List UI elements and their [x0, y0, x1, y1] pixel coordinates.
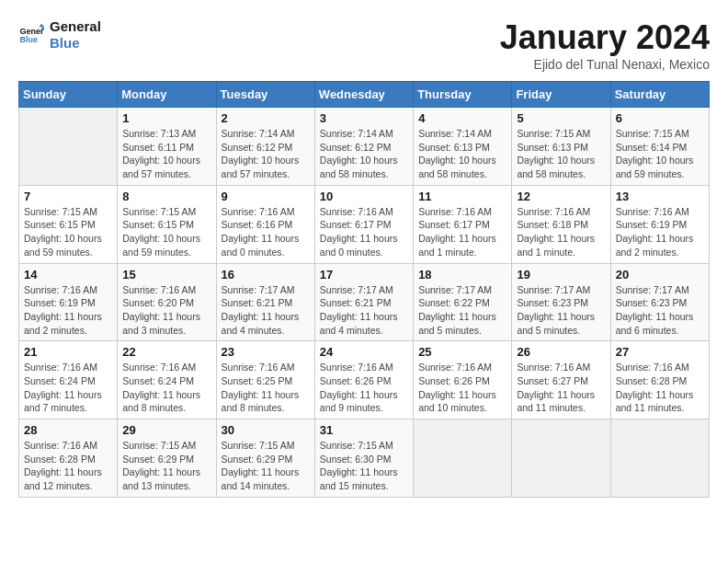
day-info: Sunrise: 7:16 AM Sunset: 6:19 PM Dayligh…	[24, 283, 112, 338]
day-info: Sunrise: 7:17 AM Sunset: 6:23 PM Dayligh…	[517, 283, 605, 338]
logo-general: General	[50, 18, 101, 35]
day-info: Sunrise: 7:14 AM Sunset: 6:13 PM Dayligh…	[418, 127, 506, 181]
day-info: Sunrise: 7:16 AM Sunset: 6:19 PM Dayligh…	[616, 205, 704, 259]
day-info: Sunrise: 7:16 AM Sunset: 6:28 PM Dayligh…	[24, 439, 112, 493]
day-number: 10	[320, 190, 408, 203]
logo: General Blue General Blue	[18, 18, 101, 52]
calendar-cell	[610, 419, 709, 498]
day-number: 26	[517, 345, 605, 359]
day-info: Sunrise: 7:15 AM Sunset: 6:14 PM Dayligh…	[616, 127, 704, 181]
calendar-cell: 13Sunrise: 7:16 AM Sunset: 6:19 PM Dayli…	[610, 185, 709, 263]
calendar-cell: 17Sunrise: 7:17 AM Sunset: 6:21 PM Dayli…	[314, 263, 413, 341]
day-info: Sunrise: 7:14 AM Sunset: 6:12 PM Dayligh…	[320, 127, 408, 181]
day-number: 18	[418, 268, 506, 282]
svg-text:General: General	[19, 27, 44, 36]
day-number: 16	[222, 268, 310, 282]
day-number: 25	[418, 345, 506, 359]
day-number: 9	[222, 190, 310, 203]
day-info: Sunrise: 7:16 AM Sunset: 6:18 PM Dayligh…	[517, 205, 605, 259]
calendar-cell: 9Sunrise: 7:16 AM Sunset: 6:16 PM Daylig…	[216, 185, 314, 263]
calendar-cell: 7Sunrise: 7:15 AM Sunset: 6:15 PM Daylig…	[19, 185, 118, 263]
day-info: Sunrise: 7:15 AM Sunset: 6:29 PM Dayligh…	[122, 439, 210, 493]
day-number: 30	[222, 423, 310, 437]
day-number: 29	[122, 423, 210, 437]
calendar-cell: 31Sunrise: 7:15 AM Sunset: 6:30 PM Dayli…	[314, 419, 413, 498]
day-number: 11	[418, 190, 506, 203]
calendar-cell: 20Sunrise: 7:17 AM Sunset: 6:23 PM Dayli…	[610, 263, 709, 341]
day-number: 28	[24, 423, 112, 437]
calendar-cell: 5Sunrise: 7:15 AM Sunset: 6:13 PM Daylig…	[512, 108, 610, 186]
calendar-header-row: SundayMondayTuesdayWednesdayThursdayFrid…	[19, 82, 710, 108]
day-number: 3	[320, 111, 408, 125]
day-number: 7	[24, 190, 112, 203]
calendar-cell: 23Sunrise: 7:16 AM Sunset: 6:25 PM Dayli…	[216, 341, 314, 419]
day-info: Sunrise: 7:17 AM Sunset: 6:23 PM Dayligh…	[616, 283, 704, 338]
day-info: Sunrise: 7:17 AM Sunset: 6:22 PM Dayligh…	[418, 283, 506, 338]
day-number: 2	[222, 111, 310, 125]
calendar-cell: 15Sunrise: 7:16 AM Sunset: 6:20 PM Dayli…	[118, 263, 216, 341]
calendar-cell: 30Sunrise: 7:15 AM Sunset: 6:29 PM Dayli…	[216, 419, 314, 498]
day-info: Sunrise: 7:15 AM Sunset: 6:13 PM Dayligh…	[517, 127, 605, 181]
day-info: Sunrise: 7:16 AM Sunset: 6:26 PM Dayligh…	[418, 361, 506, 415]
day-info: Sunrise: 7:16 AM Sunset: 6:17 PM Dayligh…	[320, 205, 408, 259]
logo-blue: Blue	[50, 35, 101, 52]
day-number: 4	[418, 111, 506, 125]
calendar-cell: 19Sunrise: 7:17 AM Sunset: 6:23 PM Dayli…	[512, 263, 610, 341]
calendar-cell: 18Sunrise: 7:17 AM Sunset: 6:22 PM Dayli…	[414, 263, 512, 341]
day-number: 23	[222, 345, 310, 359]
calendar-cell	[19, 108, 118, 186]
calendar-cell: 10Sunrise: 7:16 AM Sunset: 6:17 PM Dayli…	[314, 185, 413, 263]
day-info: Sunrise: 7:16 AM Sunset: 6:17 PM Dayligh…	[418, 205, 506, 259]
day-info: Sunrise: 7:15 AM Sunset: 6:15 PM Dayligh…	[122, 205, 210, 259]
day-info: Sunrise: 7:16 AM Sunset: 6:26 PM Dayligh…	[320, 361, 408, 415]
page-header: General Blue General Blue January 2024 E…	[18, 18, 710, 72]
calendar-cell: 21Sunrise: 7:16 AM Sunset: 6:24 PM Dayli…	[19, 341, 118, 419]
calendar-table: SundayMondayTuesdayWednesdayThursdayFrid…	[18, 81, 710, 498]
day-number: 20	[616, 268, 704, 282]
day-number: 14	[24, 268, 112, 282]
calendar-cell: 22Sunrise: 7:16 AM Sunset: 6:24 PM Dayli…	[118, 341, 216, 419]
calendar-cell: 29Sunrise: 7:15 AM Sunset: 6:29 PM Dayli…	[118, 419, 216, 498]
week-row-1: 1Sunrise: 7:13 AM Sunset: 6:11 PM Daylig…	[19, 108, 710, 186]
day-info: Sunrise: 7:15 AM Sunset: 6:30 PM Dayligh…	[320, 439, 408, 493]
header-tuesday: Tuesday	[216, 82, 314, 108]
calendar-cell	[512, 419, 610, 498]
header-sunday: Sunday	[19, 82, 118, 108]
svg-marker-2	[39, 23, 44, 27]
day-number: 15	[122, 268, 210, 282]
day-number: 27	[616, 345, 704, 359]
header-wednesday: Wednesday	[314, 82, 413, 108]
week-row-4: 21Sunrise: 7:16 AM Sunset: 6:24 PM Dayli…	[19, 341, 710, 419]
day-info: Sunrise: 7:16 AM Sunset: 6:25 PM Dayligh…	[222, 361, 310, 415]
week-row-5: 28Sunrise: 7:16 AM Sunset: 6:28 PM Dayli…	[19, 419, 710, 498]
title-section: January 2024 Ejido del Tunal Nenaxi, Mex…	[500, 18, 710, 72]
calendar-cell: 24Sunrise: 7:16 AM Sunset: 6:26 PM Dayli…	[314, 341, 413, 419]
calendar-cell: 28Sunrise: 7:16 AM Sunset: 6:28 PM Dayli…	[19, 419, 118, 498]
calendar-cell: 8Sunrise: 7:15 AM Sunset: 6:15 PM Daylig…	[118, 185, 216, 263]
calendar-title: January 2024	[500, 18, 710, 57]
day-info: Sunrise: 7:15 AM Sunset: 6:15 PM Dayligh…	[24, 205, 112, 259]
day-info: Sunrise: 7:13 AM Sunset: 6:11 PM Dayligh…	[122, 127, 210, 181]
week-row-2: 7Sunrise: 7:15 AM Sunset: 6:15 PM Daylig…	[19, 185, 710, 263]
calendar-cell: 4Sunrise: 7:14 AM Sunset: 6:13 PM Daylig…	[414, 108, 512, 186]
calendar-cell	[414, 419, 512, 498]
header-monday: Monday	[118, 82, 216, 108]
day-info: Sunrise: 7:16 AM Sunset: 6:27 PM Dayligh…	[517, 361, 605, 415]
day-info: Sunrise: 7:16 AM Sunset: 6:28 PM Dayligh…	[616, 361, 704, 415]
svg-text:Blue: Blue	[19, 35, 38, 44]
calendar-cell: 11Sunrise: 7:16 AM Sunset: 6:17 PM Dayli…	[414, 185, 512, 263]
day-number: 17	[320, 268, 408, 282]
day-info: Sunrise: 7:15 AM Sunset: 6:29 PM Dayligh…	[222, 439, 310, 493]
day-info: Sunrise: 7:16 AM Sunset: 6:24 PM Dayligh…	[122, 361, 210, 415]
header-friday: Friday	[512, 82, 610, 108]
calendar-cell: 14Sunrise: 7:16 AM Sunset: 6:19 PM Dayli…	[19, 263, 118, 341]
day-info: Sunrise: 7:17 AM Sunset: 6:21 PM Dayligh…	[222, 283, 310, 338]
day-number: 8	[122, 190, 210, 203]
day-number: 13	[616, 190, 704, 203]
calendar-cell: 6Sunrise: 7:15 AM Sunset: 6:14 PM Daylig…	[610, 108, 709, 186]
calendar-cell: 2Sunrise: 7:14 AM Sunset: 6:12 PM Daylig…	[216, 108, 314, 186]
logo-icon: General Blue	[18, 22, 44, 48]
calendar-cell: 1Sunrise: 7:13 AM Sunset: 6:11 PM Daylig…	[118, 108, 216, 186]
day-number: 31	[320, 423, 408, 437]
calendar-cell: 25Sunrise: 7:16 AM Sunset: 6:26 PM Dayli…	[414, 341, 512, 419]
